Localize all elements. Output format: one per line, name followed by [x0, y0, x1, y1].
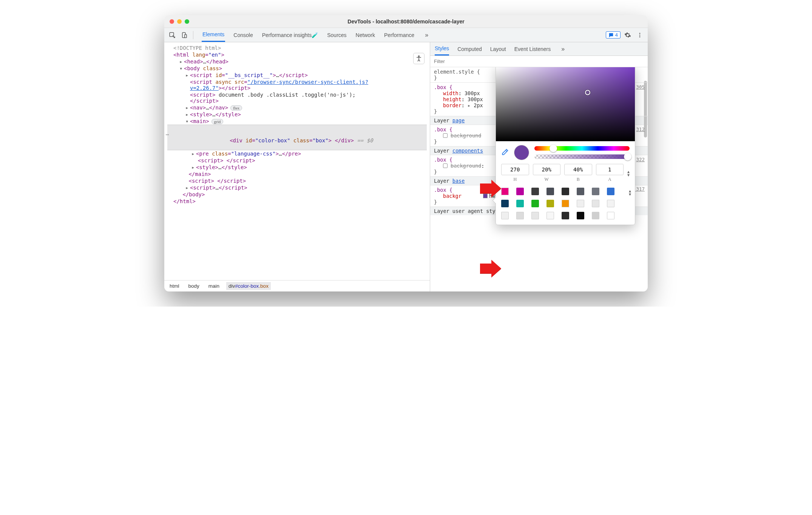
- subtab-listeners[interactable]: Event Listeners: [514, 42, 551, 56]
- inspect-element-icon[interactable]: [167, 30, 177, 40]
- layer-base-link[interactable]: base: [452, 178, 465, 184]
- crumb-body[interactable]: body: [186, 282, 202, 290]
- subtab-computed[interactable]: Computed: [457, 42, 482, 56]
- settings-icon[interactable]: [623, 30, 633, 40]
- styles-body[interactable]: element.style { } 305 .box { width: 300p…: [430, 67, 648, 291]
- tab-elements[interactable]: Elements: [202, 28, 225, 42]
- palette-spinner[interactable]: ▲▼: [629, 189, 631, 196]
- styles-filter-input[interactable]: [430, 59, 648, 64]
- more-subtabs-icon[interactable]: »: [561, 46, 565, 52]
- dom-html-open[interactable]: <html lang="en">: [167, 51, 427, 58]
- toggle-checkbox[interactable]: [443, 133, 448, 138]
- filter-row: [430, 56, 648, 67]
- palette-swatch[interactable]: [592, 200, 599, 207]
- palette-swatch[interactable]: [516, 212, 524, 219]
- palette-swatch[interactable]: [516, 200, 524, 207]
- alpha-thumb[interactable]: [624, 153, 631, 160]
- grid-badge[interactable]: grid: [211, 119, 224, 124]
- layer-page-link[interactable]: page: [452, 117, 465, 123]
- zoom-window-button[interactable]: [185, 19, 189, 24]
- devtools-window: DevTools - localhost:8080/demo/cascade-l…: [164, 15, 648, 291]
- elements-pane: <!DOCTYPE html> <html lang="en"> <head>……: [164, 42, 430, 291]
- b-input[interactable]: [564, 164, 592, 175]
- dom-main-close[interactable]: </main>: [167, 171, 427, 177]
- palette-swatch[interactable]: [577, 200, 584, 207]
- alpha-slider[interactable]: [534, 154, 630, 159]
- more-tabs-icon[interactable]: »: [425, 32, 428, 39]
- dom-main[interactable]: <main>grid: [167, 118, 427, 125]
- palette-swatch[interactable]: [531, 212, 539, 219]
- toggle-checkbox[interactable]: [443, 163, 448, 168]
- tab-network[interactable]: Network: [355, 28, 376, 42]
- crumb-html[interactable]: html: [167, 282, 182, 290]
- dom-head[interactable]: <head>…</head>: [167, 58, 427, 65]
- accessibility-icon[interactable]: [413, 53, 425, 64]
- palette-swatch[interactable]: [562, 212, 569, 219]
- palette-swatch[interactable]: [562, 188, 569, 195]
- w-input[interactable]: [533, 164, 561, 175]
- palette-swatch[interactable]: [501, 212, 509, 219]
- subtab-layout[interactable]: Layout: [490, 42, 506, 56]
- palette-swatch[interactable]: [592, 212, 599, 219]
- dom-script-4[interactable]: <script>…</script>: [167, 184, 427, 191]
- dom-pre[interactable]: <pre class="language-css">…</pre>: [167, 150, 427, 157]
- tab-sources[interactable]: Sources: [326, 28, 347, 42]
- overflow-icon[interactable]: ⋯: [166, 131, 169, 137]
- palette-swatch[interactable]: [577, 212, 584, 219]
- dom-script-3[interactable]: <script> </script>: [167, 177, 427, 184]
- palette-swatch[interactable]: [501, 200, 509, 207]
- source-link[interactable]: 322: [636, 157, 645, 162]
- palette-swatch[interactable]: [546, 188, 554, 195]
- tab-performance-insights[interactable]: Performance insights 🧪: [261, 28, 319, 42]
- a-input[interactable]: [596, 164, 624, 175]
- palette-swatch[interactable]: [531, 188, 539, 195]
- tab-performance[interactable]: Performance: [383, 28, 415, 42]
- dom-body[interactable]: <body class>: [167, 65, 427, 72]
- dom-script-inline[interactable]: <script> document .body .classList .togg…: [167, 91, 379, 104]
- dom-style-2[interactable]: <style>…</style>: [167, 164, 427, 171]
- palette-swatch[interactable]: [562, 200, 569, 207]
- dom-script-sync[interactable]: <script async src="/browser-sync/browser…: [167, 79, 379, 91]
- dom-style-1[interactable]: <style>…</style>: [167, 111, 427, 118]
- svg-point-6: [418, 56, 420, 57]
- palette-swatch[interactable]: [607, 200, 614, 207]
- dom-body-close[interactable]: </body>: [167, 191, 427, 198]
- palette-swatch[interactable]: [546, 212, 554, 219]
- palette-swatch[interactable]: [577, 188, 584, 195]
- dom-script-2[interactable]: <script> </script>: [167, 157, 427, 164]
- crumb-selected[interactable]: div#color-box.box: [226, 282, 271, 290]
- palette-swatch[interactable]: [501, 188, 509, 195]
- source-link[interactable]: 312: [636, 126, 645, 132]
- hue-slider[interactable]: [534, 146, 630, 151]
- eyedropper-icon[interactable]: [501, 148, 509, 157]
- dom-tree[interactable]: <!DOCTYPE html> <html lang="en"> <head>……: [164, 42, 430, 280]
- sv-cursor[interactable]: [585, 90, 590, 95]
- current-color-swatch[interactable]: [514, 145, 529, 160]
- kebab-menu-icon[interactable]: [635, 30, 645, 40]
- tab-perf-insights-label: Performance insights: [262, 32, 312, 38]
- source-link[interactable]: 305: [636, 84, 645, 90]
- minimize-window-button[interactable]: [177, 19, 182, 24]
- h-input[interactable]: [501, 164, 529, 175]
- palette-swatch[interactable]: [531, 200, 539, 207]
- palette-swatch[interactable]: [592, 188, 599, 195]
- dom-nav[interactable]: <nav>…</nav>flex: [167, 104, 427, 111]
- device-toggle-icon[interactable]: [179, 30, 189, 40]
- dom-selected-node[interactable]: ⋯ <div id="color-box" class="box"> </div…: [167, 125, 427, 150]
- palette-swatch[interactable]: [516, 188, 524, 195]
- palette-swatch[interactable]: [607, 212, 614, 219]
- palette-swatch[interactable]: [546, 200, 554, 207]
- format-spinner[interactable]: ▲▼: [627, 170, 630, 177]
- layer-components-link[interactable]: components: [452, 148, 483, 154]
- tab-console[interactable]: Console: [233, 28, 253, 42]
- messages-badge[interactable]: 4: [606, 31, 621, 39]
- close-window-button[interactable]: [170, 19, 174, 24]
- dom-html-close[interactable]: </html>: [167, 198, 427, 205]
- saturation-value-area[interactable]: [496, 67, 635, 141]
- crumb-main[interactable]: main: [206, 282, 222, 290]
- flex-badge[interactable]: flex: [230, 105, 242, 111]
- palette-swatch[interactable]: [607, 188, 614, 195]
- dom-script-bs[interactable]: <script id="__bs_script__">…</script>: [167, 72, 427, 79]
- subtab-styles[interactable]: Styles: [435, 42, 449, 56]
- hue-thumb[interactable]: [550, 145, 557, 152]
